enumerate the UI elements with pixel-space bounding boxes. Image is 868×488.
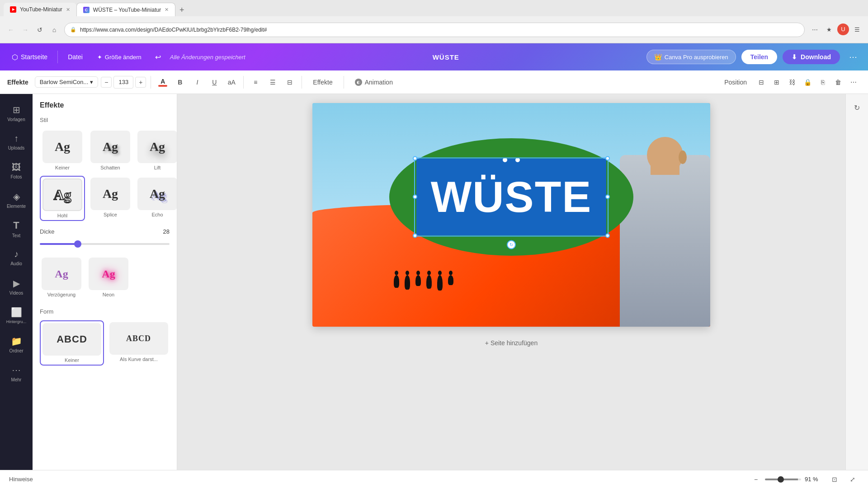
silhouette-2 <box>405 275 410 290</box>
font-size-input[interactable] <box>113 76 133 89</box>
share-button[interactable]: Teilen <box>741 50 777 64</box>
effects-grid: Ag Keiner Ag Schatten Ag Lift <box>40 129 170 221</box>
undo-button[interactable]: ↩ <box>151 50 165 64</box>
aa-button[interactable]: aA <box>224 75 239 89</box>
increase-font-size-button[interactable]: + <box>135 77 146 88</box>
effect-item-splice[interactable]: Ag Splice <box>89 176 132 221</box>
list-button[interactable]: ☰ <box>265 75 280 89</box>
sidebar-label-videos: Videos <box>9 291 23 296</box>
home-button[interactable]: ⬡ Startseite <box>7 50 52 64</box>
grid-button[interactable]: ⊞ <box>769 75 784 89</box>
italic-button[interactable]: I <box>190 75 204 89</box>
zoom-controls: − 91 % <box>750 474 823 485</box>
align-distribute-button[interactable]: ⊟ <box>754 75 769 89</box>
browser-tab-1[interactable]: ▶ YouTube-Miniatur ✕ <box>4 3 76 16</box>
browser-tab-2[interactable]: C WÜSTE – YouTube-Miniatur ✕ <box>76 3 175 16</box>
home-icon: ⬡ <box>12 53 18 61</box>
download-button[interactable]: ⬇ Download <box>783 50 840 64</box>
fit-page-button[interactable]: ⊡ <box>828 473 841 486</box>
effect-item-schatten[interactable]: Ag Schatten <box>89 129 132 172</box>
underline-button[interactable]: U <box>207 75 222 89</box>
sidebar-label-text: Text <box>12 233 20 238</box>
sidebar-item-uploads[interactable]: ↑ Uploads <box>3 128 30 155</box>
right-panel-refresh-button[interactable]: ↻ <box>849 99 865 116</box>
profile-button[interactable]: U <box>837 23 849 35</box>
zoom-out-button[interactable]: − <box>750 474 761 485</box>
sidebar-item-elemente[interactable]: ◈ Elemente <box>3 186 30 213</box>
wuste-text[interactable]: WÜSTE <box>431 172 592 222</box>
thickness-label-row: Dicke 28 <box>40 228 170 235</box>
browser-tab-bar: ▶ YouTube-Miniatur ✕ C WÜSTE – YouTube-M… <box>0 0 868 16</box>
font-selector[interactable]: Barlow SemiCon... ▾ <box>35 76 99 88</box>
sidebar-item-audio[interactable]: ♪ Audio <box>3 244 30 271</box>
sidebar-item-fotos[interactable]: 🖼 Fotos <box>3 157 30 184</box>
form-effects-grid: ABCD Keiner ABCD Als Kurve darst... <box>40 320 170 366</box>
lock-element-button[interactable]: 🔒 <box>800 75 815 89</box>
link-button[interactable]: ⛓ <box>785 75 799 89</box>
green-oval[interactable]: WÜSTE <box>389 138 633 256</box>
back-button[interactable]: ← <box>5 23 17 36</box>
home-button[interactable]: ⌂ <box>48 23 61 36</box>
home-label: Startseite <box>21 53 47 61</box>
effect-item-neon[interactable]: Ag Neon <box>87 256 130 299</box>
extensions-button[interactable]: ⋯ <box>808 23 821 36</box>
effect-item-verzoegerung[interactable]: Ag Verzögerung <box>40 256 83 299</box>
thickness-slider[interactable] <box>40 243 170 245</box>
text-icon: T <box>13 220 19 231</box>
bold-button[interactable]: B <box>173 75 187 89</box>
trash-button[interactable]: 🗑 <box>831 75 845 89</box>
blue-rect[interactable]: WÜSTE <box>416 159 606 235</box>
color-effects-grid: Ag Verzögerung Ag Neon <box>40 256 170 299</box>
sidebar-item-mehr[interactable]: ⋯ Mehr <box>3 360 30 387</box>
more-options-button[interactable]: ⋯ <box>846 75 861 89</box>
settings-button[interactable]: ☰ <box>851 23 863 36</box>
tab2-close[interactable]: ✕ <box>165 7 169 13</box>
align-button[interactable]: ≡ <box>248 75 263 89</box>
effect-item-lift[interactable]: Ag Lift <box>136 129 177 172</box>
person-ear <box>679 150 687 164</box>
add-page-button[interactable]: + Seite hinzufügen <box>476 336 547 350</box>
sidebar-item-vorlagen[interactable]: ⊞ Vorlagen <box>3 99 30 127</box>
fullscreen-button[interactable]: ⤢ <box>846 473 859 486</box>
toolbar-divider-1 <box>151 76 151 89</box>
effect-label-lift: Lift <box>154 165 161 170</box>
silhouette-4 <box>426 275 432 289</box>
sidebar-item-videos[interactable]: ▶ Videos <box>3 273 30 300</box>
sidebar-item-ordner[interactable]: 📁 Ordner <box>3 331 30 358</box>
person-neck <box>651 166 679 175</box>
sidebar-item-text[interactable]: T Text <box>3 215 30 242</box>
effect-item-echo[interactable]: Ag Echo <box>136 176 177 221</box>
tab1-close[interactable]: ✕ <box>66 7 70 13</box>
resize-button[interactable]: ✦ Größe ändern <box>93 51 146 63</box>
bookmarks-button[interactable]: ★ <box>823 23 835 36</box>
tab1-favicon: ▶ <box>10 6 16 13</box>
decrease-font-size-button[interactable]: − <box>101 77 112 88</box>
copy-button[interactable]: ⎘ <box>816 75 830 89</box>
pro-trial-button[interactable]: 👑 Canva Pro ausprobieren <box>646 50 736 64</box>
sidebar-item-hintergrund[interactable]: ⬜ Hintergru... <box>3 302 30 329</box>
form-effect-item-kurve[interactable]: ABCD Als Kurve darst... <box>108 320 170 366</box>
effect-item-hohl[interactable]: Ag Hohl <box>40 176 85 221</box>
effect-item-keiner[interactable]: Ag Keiner <box>40 129 85 172</box>
file-menu-button[interactable]: Datei <box>63 51 87 63</box>
reload-button[interactable]: ↺ <box>33 23 46 36</box>
text-color-button[interactable]: A <box>156 75 170 89</box>
indent-button[interactable]: ⊟ <box>283 75 297 89</box>
person-element[interactable] <box>611 132 710 327</box>
effects-button[interactable]: Effekte <box>307 76 339 88</box>
topbar-more-button[interactable]: ⋯ <box>845 49 861 65</box>
animation-button[interactable]: ◐ Animation <box>349 76 399 88</box>
umlaut-dot-right <box>515 158 520 162</box>
forward-button[interactable]: → <box>19 23 32 36</box>
canvas-area[interactable]: ⎘ ⤢ <box>177 94 845 470</box>
zoom-slider[interactable] <box>765 479 801 480</box>
design-canvas[interactable]: WÜSTE ↻ <box>312 103 710 327</box>
sidebar-label-ordner: Ordner <box>9 348 23 353</box>
address-bar[interactable]: 🔒 https://www.canva.com/design/DAEdoCPwK… <box>64 23 805 37</box>
resize-icon: ✦ <box>97 54 102 61</box>
form-effect-item-keiner[interactable]: ABCD Keiner <box>40 320 104 366</box>
position-button[interactable]: Position <box>718 75 753 89</box>
thickness-label: Dicke <box>40 228 55 235</box>
new-tab-button[interactable]: + <box>175 4 188 16</box>
font-size-controls: − + <box>101 76 146 89</box>
